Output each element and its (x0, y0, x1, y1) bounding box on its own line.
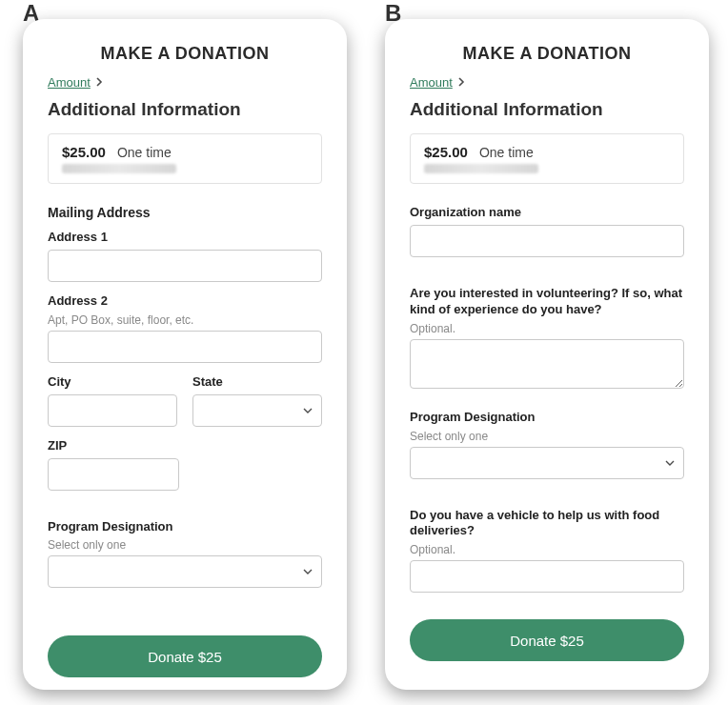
section-heading: Additional Information (410, 99, 684, 120)
section-heading: Additional Information (48, 99, 322, 120)
summary-amount: $25.00 (62, 144, 106, 160)
mailing-address-heading: Mailing Address (48, 205, 322, 220)
city-input[interactable] (48, 394, 177, 427)
program-designation-help: Select only one (48, 538, 322, 552)
vehicle-input[interactable] (410, 560, 684, 593)
address1-label: Address 1 (48, 230, 322, 246)
program-designation-label: Program Designation (48, 519, 322, 535)
address2-input[interactable] (48, 331, 322, 363)
city-label: City (48, 374, 177, 391)
donation-card-a: MAKE A DONATION Amount Additional Inform… (23, 19, 347, 690)
breadcrumb-amount-link[interactable]: Amount (410, 75, 466, 90)
volunteer-question-label: Are you interested in volunteering? If s… (410, 286, 684, 318)
organization-name-input[interactable] (410, 225, 684, 257)
address2-help: Apt, PO Box, suite, floor, etc. (48, 313, 322, 327)
zip-label: ZIP (48, 438, 179, 454)
state-label: State (192, 374, 322, 391)
donate-button[interactable]: Donate $25 (410, 619, 684, 661)
volunteer-textarea[interactable] (410, 339, 684, 389)
donation-card-b: MAKE A DONATION Amount Additional Inform… (385, 19, 709, 690)
volunteer-optional: Optional. (410, 322, 684, 335)
program-designation-help: Select only one (410, 430, 684, 443)
vehicle-optional: Optional. (410, 543, 684, 556)
address1-input[interactable] (48, 250, 322, 282)
organization-name-label: Organization name (410, 205, 684, 221)
chevron-right-icon (456, 75, 466, 90)
page-title: MAKE A DONATION (48, 44, 322, 64)
chevron-right-icon (94, 75, 104, 90)
address2-label: Address 2 (48, 293, 322, 310)
program-designation-label: Program Designation (410, 410, 684, 426)
donation-summary: $25.00 One time (48, 133, 322, 184)
program-designation-select[interactable] (410, 447, 684, 479)
summary-frequency: One time (479, 145, 534, 160)
donation-summary: $25.00 One time (410, 133, 684, 184)
breadcrumb-label: Amount (48, 75, 91, 90)
donate-button[interactable]: Donate $25 (48, 635, 322, 677)
summary-org-blurred (424, 164, 538, 173)
page-title: MAKE A DONATION (410, 44, 684, 64)
summary-org-blurred (62, 164, 176, 173)
breadcrumb-label: Amount (410, 75, 453, 90)
program-designation-select[interactable] (48, 555, 322, 588)
summary-amount: $25.00 (424, 144, 468, 160)
state-select[interactable] (192, 394, 322, 427)
zip-input[interactable] (48, 458, 179, 491)
summary-frequency: One time (117, 145, 172, 160)
breadcrumb-amount-link[interactable]: Amount (48, 75, 104, 90)
vehicle-question-label: Do you have a vehicle to help us with fo… (410, 508, 684, 540)
